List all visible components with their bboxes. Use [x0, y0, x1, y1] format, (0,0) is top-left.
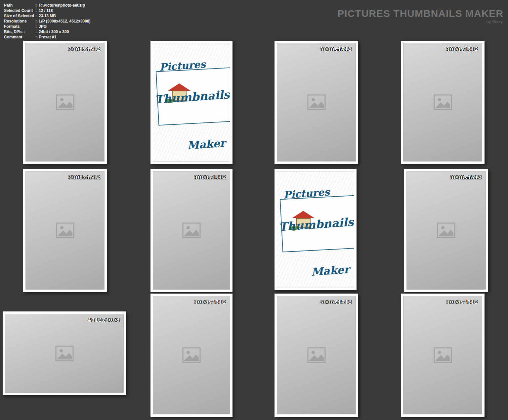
meta-label: Bits, DPIs :: [4, 29, 35, 34]
image-placeholder-icon: [436, 220, 457, 241]
meta-separator: :: [35, 13, 39, 19]
photo-placeholder: 3008x4512: [25, 171, 105, 290]
meta-separator: :: [35, 19, 39, 24]
resolution-label: 3008x4512: [68, 174, 101, 180]
photo-placeholder: 3008x4512: [277, 296, 356, 414]
meta-separator: :: [35, 29, 39, 34]
meta-row-path: Path:F:\Pictures\photo-set.zip: [4, 3, 91, 8]
thumbnail-card[interactable]: 3008x4512: [23, 41, 107, 164]
resolution-label: 3008x4512: [194, 174, 226, 180]
thumbnail-card[interactable]: 3008x4512: [404, 169, 488, 292]
image-placeholder-icon: [306, 345, 327, 366]
meta-value: 23.13 MB: [39, 13, 56, 19]
meta-separator: :: [35, 24, 39, 29]
meta-row-formats: Formats:JPG: [4, 24, 91, 29]
meta-label: Selected Count: [4, 8, 35, 13]
thumbnail-card[interactable]: 3008x4512: [275, 294, 358, 417]
thumbnail-card-logo[interactable]: Pictures Thumbnails Maker: [275, 169, 357, 290]
meta-value: JPG: [39, 24, 47, 29]
meta-value: F:\Pictures\photo-set.zip: [39, 3, 85, 8]
thumbnail-card[interactable]: 3008x4512: [401, 294, 485, 417]
image-placeholder-icon: [54, 343, 75, 364]
resolution-label: 3008x4512: [446, 46, 478, 52]
meta-label: Resolutions: [4, 19, 35, 24]
meta-separator: :: [35, 34, 39, 40]
meta-row-size: Size of Selected:23.13 MB: [4, 13, 91, 19]
photo-placeholder: 3008x4512: [153, 296, 230, 414]
resolution-label: 3008x4512: [320, 46, 352, 52]
image-placeholder-icon: [432, 345, 453, 366]
resolution-label: 3008x4512: [446, 299, 478, 305]
app-title: PICTURES THUMBNAILS MAKER: [337, 8, 503, 19]
image-placeholder-icon: [181, 220, 202, 241]
meta-row-comment: Comment:Preset #1: [4, 34, 91, 40]
meta-separator: :: [35, 8, 39, 13]
meta-separator: :: [35, 3, 39, 8]
meta-value: Preset #1: [39, 34, 56, 40]
resolution-label: 4512x3008: [88, 317, 120, 323]
thumbnail-card[interactable]: 3008x4512: [150, 169, 233, 292]
resolution-label: 3008x4512: [68, 46, 101, 52]
meta-label: Path: [4, 3, 35, 8]
thumbnail-card[interactable]: 3008x4512: [401, 41, 485, 164]
logo-word: Maker: [187, 137, 226, 152]
file-info-panel: Path:F:\Pictures\photo-set.zip Selected …: [4, 3, 91, 40]
thumbnail-card[interactable]: 3008x4512: [150, 294, 233, 417]
meta-row-selected-count: Selected Count:12 / 118: [4, 8, 91, 13]
meta-value: 24bit / 300 x 300: [39, 29, 69, 34]
photo-placeholder: 3008x4512: [277, 43, 356, 162]
resolution-label: 3008x4512: [450, 174, 482, 180]
meta-row-bits-dpis: Bits, DPIs ::24bit / 300 x 300: [4, 29, 91, 34]
app-wordmark: PICTURES THUMBNAILS MAKER by Scorp: [337, 8, 503, 24]
photo-placeholder: 3008x4512: [25, 43, 105, 162]
meta-label: Comment: [4, 34, 35, 40]
meta-value: L/P (3008x4512, 4512x3008): [39, 19, 91, 24]
thumbnail-card-logo[interactable]: Pictures Thumbnails Maker: [150, 41, 233, 164]
thumbnail-card[interactable]: 4512x3008: [3, 311, 126, 395]
meta-value: 12 / 118: [39, 8, 53, 13]
app-byline: by Scorp: [337, 19, 503, 24]
image-placeholder-icon: [181, 345, 202, 366]
app-logo-artwork: Pictures Thumbnails Maker: [277, 171, 354, 288]
meta-label: Size of Selected: [4, 13, 35, 19]
meta-label: Formats: [4, 24, 35, 29]
photo-placeholder: 3008x4512: [403, 43, 482, 162]
meta-row-resolutions: Resolutions:L/P (3008x4512, 4512x3008): [4, 19, 91, 24]
photo-placeholder: 4512x3008: [5, 314, 124, 393]
resolution-label: 3008x4512: [194, 299, 226, 305]
image-placeholder-icon: [55, 92, 76, 113]
photo-placeholder: 3008x4512: [403, 296, 482, 414]
contact-sheet: Path:F:\Pictures\photo-set.zip Selected …: [0, 0, 508, 420]
thumbnail-card[interactable]: 3008x4512: [23, 169, 107, 292]
resolution-label: 3008x4512: [320, 299, 352, 305]
photo-placeholder: 3008x4512: [153, 171, 230, 290]
image-placeholder-icon: [306, 92, 327, 113]
thumbnail-card[interactable]: 3008x4512: [275, 41, 358, 164]
app-logo-artwork: Pictures Thumbnails Maker: [153, 43, 230, 162]
image-placeholder-icon: [432, 92, 453, 113]
image-placeholder-icon: [55, 220, 76, 241]
photo-placeholder: 3008x4512: [406, 171, 486, 290]
